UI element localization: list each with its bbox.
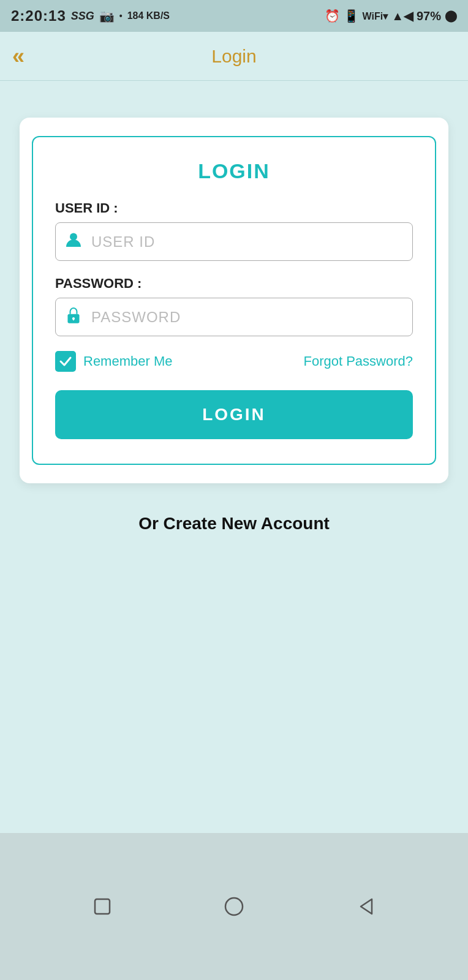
remember-row: Remember Me Forgot Password? [55, 351, 413, 372]
password-label: PASSWORD : [55, 276, 413, 292]
battery-icon: ⬤ [445, 9, 457, 23]
userid-label: USER ID : [55, 200, 413, 216]
remember-checkbox[interactable] [55, 351, 76, 372]
network-speed: 184 KB/S [127, 10, 170, 21]
userid-input-wrapper [55, 222, 413, 261]
header-title: Login [211, 46, 256, 67]
userid-input[interactable] [91, 233, 404, 251]
user-icon [64, 230, 83, 253]
login-button[interactable]: LOGIN [55, 390, 413, 439]
remember-label: Remember Me [83, 353, 172, 369]
status-carrier: SSG [71, 10, 94, 23]
camera-icon: 📷 [99, 9, 115, 23]
status-bar: 2:20:13 SSG 📷 • 184 KB/S ⏰ 📱 WiFi▾ ▲◀ 97… [0, 0, 468, 32]
password-input-wrapper [55, 298, 413, 336]
battery-percent: 97% [417, 9, 441, 23]
password-input[interactable] [91, 309, 404, 326]
wifi-icon: WiFi▾ [363, 10, 388, 22]
main-content: LOGIN USER ID : PASSWORD : [0, 81, 468, 833]
svg-point-0 [70, 233, 77, 241]
svg-rect-3 [73, 318, 74, 320]
nav-home-button[interactable] [217, 890, 251, 923]
or-create-text: Or Create New Account [138, 514, 330, 533]
login-card: LOGIN USER ID : PASSWORD : [20, 118, 448, 483]
forgot-password-link[interactable]: Forgot Password? [303, 353, 413, 369]
login-card-title: LOGIN [55, 159, 413, 183]
login-card-inner: LOGIN USER ID : PASSWORD : [32, 136, 436, 465]
nav-bar [0, 890, 468, 923]
bottom-bar-area [0, 833, 468, 980]
svg-point-5 [225, 898, 243, 915]
nav-recent-apps-button[interactable] [86, 890, 119, 923]
header: « Login [0, 32, 468, 81]
alarm-icon: ⏰ [325, 9, 340, 23]
dot-indicator: • [119, 11, 123, 21]
remember-left: Remember Me [55, 351, 172, 372]
status-time: 2:20:13 [11, 7, 66, 24]
back-button[interactable]: « [12, 45, 25, 67]
svg-rect-4 [95, 899, 110, 914]
signal-icon: ▲◀ [391, 9, 413, 23]
phone-icon: 📱 [344, 9, 359, 23]
svg-marker-6 [361, 899, 372, 914]
nav-back-button[interactable] [349, 890, 382, 923]
lock-icon [64, 306, 83, 328]
